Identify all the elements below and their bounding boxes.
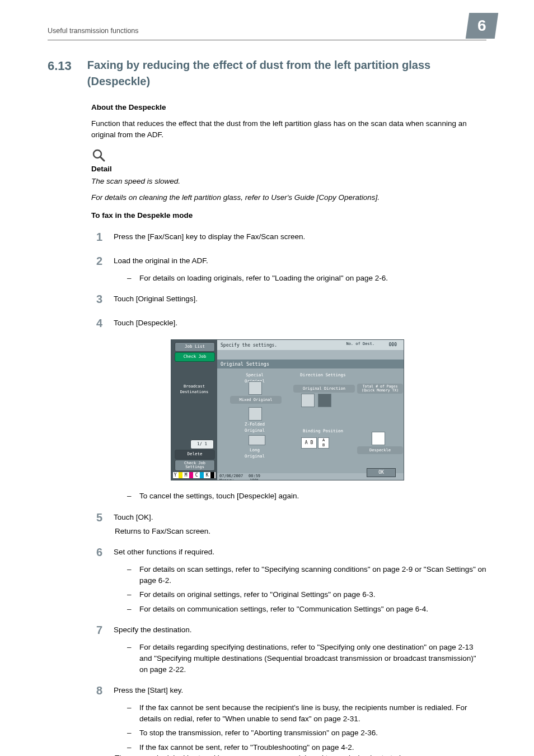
ss-toner-indicator: Y M C K: [173, 472, 216, 478]
step-text: Set other functions if required.: [114, 547, 486, 558]
ss-job-list-button[interactable]: Job List: [175, 342, 215, 352]
step-text: Specify the destination.: [114, 624, 486, 636]
step-5-after: Returns to Fax/Scan screen.: [115, 526, 486, 537]
ss-binding-ab-icon: A B: [301, 437, 317, 449]
step-number: 1: [91, 229, 102, 245]
ss-envelope-icon: [249, 435, 265, 445]
ss-broadcast-label: Broadcast Destinations: [174, 384, 215, 395]
ss-check-job-settings-button[interactable]: Check Job Settings: [175, 460, 215, 471]
ss-direction-settings-label: Direction Settings: [292, 372, 354, 379]
step-number: 6: [91, 544, 102, 561]
running-header: Useful transmission functions 6: [48, 25, 486, 40]
sub-heading-procedure: To fax in the Despekle mode: [91, 210, 486, 221]
magnifier-icon: [91, 148, 107, 164]
step-3: 3 Touch [Original Settings].: [91, 291, 486, 307]
ss-section-bar: Original Settings: [217, 360, 404, 368]
chapter-number-badge: 6: [466, 13, 498, 39]
step-7-sub1: –For details regarding specifying destin…: [127, 642, 486, 675]
step-8-after: The scanned original is stored in memory…: [115, 753, 486, 756]
step-5: 5 Touch [OK].: [91, 510, 486, 526]
step-8-sub1: –If the fax cannot be sent because the r…: [127, 702, 486, 724]
sub-heading-about: About the Despeckle: [91, 102, 486, 113]
ss-binding-ab-vert-icon: AB: [318, 437, 329, 449]
step-number: 5: [91, 510, 102, 526]
ss-orientation-icon: [318, 394, 331, 407]
step-1: 1 Press the [Fax/Scan] key to display th…: [91, 229, 486, 245]
ss-paper-icon: [249, 381, 262, 395]
ss-paper-icon: [249, 407, 262, 421]
step-number: 8: [91, 683, 102, 699]
step-8: 8 Press the [Start] key.: [91, 683, 486, 699]
step-number: 3: [91, 291, 102, 307]
step-8-sub3: –If the fax cannot be sent, refer to "Tr…: [127, 742, 486, 753]
ss-memory-label: Memory: [219, 478, 233, 480]
step-4: 4 Touch [Despeckle].: [91, 315, 486, 332]
detail-line2: For details on cleaning the left partiti…: [91, 193, 380, 202]
step-text: Touch [OK].: [114, 512, 486, 523]
ss-ok-button[interactable]: OK: [367, 468, 396, 477]
step-6-sub2: –For details on original settings, refer…: [127, 589, 486, 600]
step-6-sub1: –For details on scan settings, refer to …: [127, 564, 486, 586]
ss-long-original-label: Long Original: [235, 447, 274, 460]
step-number: 4: [91, 315, 102, 332]
step-text: Press the [Start] key.: [114, 685, 486, 696]
running-title: Useful transmission functions: [48, 27, 139, 35]
ss-total-pages-button[interactable]: Total # of Pages (Quick Memory TX): [357, 384, 403, 394]
step-6-sub3: –For details on communication settings, …: [127, 604, 486, 615]
ss-delete-button[interactable]: Delete: [175, 450, 215, 459]
ss-binding-position-label: Binding Position: [292, 428, 354, 435]
ss-despeckle-icon: [372, 432, 385, 445]
step-number: 2: [91, 253, 102, 269]
step-text: Load the original in the ADF.: [114, 255, 486, 267]
ss-no-of-dest-label: No. of Dest.: [346, 341, 374, 347]
about-paragraph: Function that reduces the effect that th…: [91, 118, 486, 140]
step-2-sub1: –For details on loading originals, refer…: [127, 273, 486, 284]
section-number: 6.13: [48, 57, 72, 75]
step-number: 7: [91, 622, 102, 638]
step-6: 6 Set other functions if required.: [91, 544, 486, 561]
ss-mixed-original-button[interactable]: Mixed Original: [230, 396, 282, 404]
section-title-block: 6.13 Faxing by reducing the effect of du…: [48, 57, 486, 90]
step-text: Press the [Fax/Scan] key to display the …: [114, 231, 486, 242]
fax-panel-screenshot: Job List Check Job Broadcast Destination…: [171, 339, 404, 480]
section-heading: Faxing by reducing the effect of dust fr…: [87, 57, 486, 90]
detail-label: Detail: [91, 164, 486, 175]
step-4-sub1: –To cancel the settings, touch [Despeckl…: [127, 491, 486, 502]
ss-orientation-icon: [301, 394, 315, 407]
ss-check-job-button[interactable]: Check Job: [175, 352, 215, 362]
step-text: Touch [Despeckle].: [114, 318, 486, 329]
ss-original-direction-button[interactable]: Original Direction: [293, 385, 355, 393]
detail-note: Detail The scan speed is slowed. For det…: [91, 148, 486, 203]
ss-specify-text: Specify the settings.: [221, 342, 277, 349]
step-2: 2 Load the original in the ADF.: [91, 253, 486, 269]
ss-no-of-dest-value: 000: [389, 342, 397, 348]
step-text: Touch [Original Settings].: [114, 293, 486, 305]
ss-memory-pct: 100%: [250, 478, 259, 480]
step-8-sub2: –To stop the transmission, refer to "Abo…: [127, 727, 486, 739]
ss-zfolded-label: Z-Folded Original: [235, 422, 274, 434]
ss-despeckle-button[interactable]: Despeckle: [357, 446, 403, 454]
ss-page-indicator: 1/ 1: [190, 440, 214, 449]
step-7: 7 Specify the destination.: [91, 622, 486, 638]
svg-line-1: [100, 157, 104, 161]
detail-line1: The scan speed is slowed.: [91, 177, 180, 185]
